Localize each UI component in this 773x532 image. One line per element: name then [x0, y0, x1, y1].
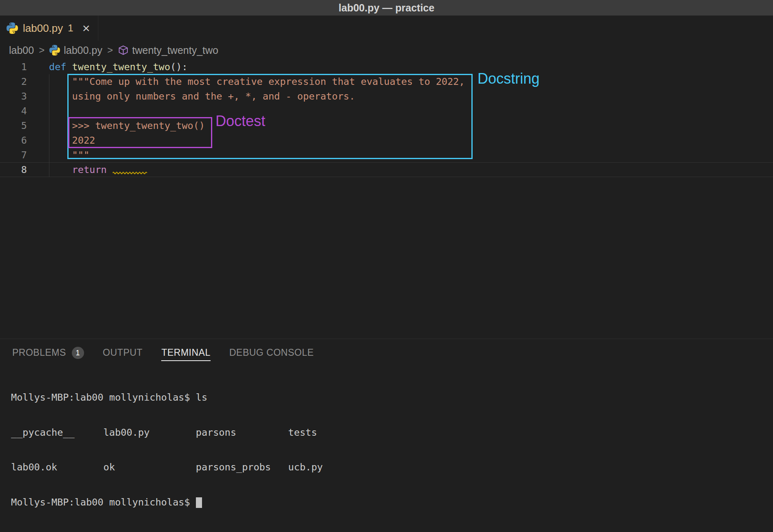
code-token-string: """Come up with the most creative expres… [49, 76, 465, 87]
chevron-right-icon: > [107, 44, 113, 56]
terminal-line: Mollys-MBP:lab00 mollynicholas$ ls [11, 392, 765, 403]
panel-tab-terminal[interactable]: TERMINAL [161, 345, 210, 361]
tab-bar: lab00.py 1 × [0, 16, 773, 41]
code-line: 1 def twenty_twenty_two(): [0, 60, 773, 74]
code-editor[interactable]: 1 def twenty_twenty_two(): 2 """Come up … [0, 60, 773, 339]
panel-tab-bar: PROBLEMS 1 OUTPUT TERMINAL DEBUG CONSOLE [0, 339, 773, 367]
terminal-cursor [196, 497, 202, 508]
panel-tab-debug-console[interactable]: DEBUG CONSOLE [229, 345, 314, 361]
panel-tab-problems[interactable]: PROBLEMS 1 [12, 345, 84, 361]
breadcrumb: lab00 > lab00.py > twenty_twenty_two [0, 41, 773, 60]
line-number[interactable]: 1 [0, 60, 27, 74]
indent-guide [49, 74, 49, 177]
code-text: 2022 [27, 133, 95, 148]
warning-squiggle-icon [113, 171, 147, 174]
code-token-punctuation: (): [170, 61, 187, 73]
panel-tab-output[interactable]: OUTPUT [103, 345, 143, 361]
code-text: """Come up with the most creative expres… [27, 74, 465, 89]
code-token-string: using only numbers and the +, *, and - o… [49, 91, 355, 102]
line-number[interactable]: 2 [0, 74, 27, 89]
python-icon [7, 22, 18, 34]
breadcrumb-folder-label: lab00 [9, 44, 34, 56]
breadcrumb-file[interactable]: lab00.py [49, 44, 102, 56]
panel-tab-label: PROBLEMS [12, 345, 66, 361]
tab-label: lab00.py [23, 22, 63, 35]
code-text: >>> twenty_twenty_two() [27, 118, 205, 133]
code-token-function: twenty_twenty_two [72, 61, 171, 73]
tab-problems-badge: 1 [68, 22, 73, 34]
code-line: 2 """Come up with the most creative expr… [0, 74, 773, 89]
panel-tab-label: TERMINAL [161, 345, 210, 361]
problems-count-badge: 1 [72, 347, 84, 359]
terminal-prompt-line: Mollys-MBP:lab00 mollynicholas$ [11, 497, 765, 508]
terminal-line: __pycache__ lab00.py parsons tests [11, 427, 765, 439]
code-token-string: 2022 [49, 135, 95, 146]
line-number[interactable]: 3 [0, 89, 27, 104]
vscode-window: lab00.py — practice lab00.py 1 × lab00 > [0, 0, 773, 532]
code-text: using only numbers and the +, *, and - o… [27, 89, 355, 104]
code-line-current: 8 return [0, 162, 773, 177]
code-token-string: >>> twenty_twenty_two() [49, 120, 205, 131]
line-number[interactable]: 5 [0, 118, 27, 133]
line-number[interactable]: 7 [0, 148, 27, 162]
code-text [27, 104, 49, 118]
code-token-keyword-return: return [49, 164, 113, 175]
terminal[interactable]: Mollys-MBP:lab00 mollynicholas$ ls __pyc… [11, 368, 765, 531]
code-text: """ [27, 148, 89, 162]
bottom-panel: PROBLEMS 1 OUTPUT TERMINAL DEBUG CONSOLE… [0, 339, 773, 532]
window-title: lab00.py — practice [339, 2, 435, 14]
code-line: 5 >>> twenty_twenty_two() [0, 118, 773, 133]
code-token-keyword: def [49, 61, 72, 73]
code-token-string: """ [49, 149, 89, 161]
code-line: 4 [0, 104, 773, 118]
tab-lab00py[interactable]: lab00.py 1 × [0, 16, 98, 41]
line-number[interactable]: 8 [0, 163, 27, 177]
breadcrumb-folder[interactable]: lab00 [9, 44, 34, 56]
code-line: 7 """ [0, 148, 773, 162]
python-icon [49, 45, 60, 55]
breadcrumb-symbol[interactable]: twenty_twenty_two [118, 44, 218, 56]
code-line: 3 using only numbers and the +, *, and -… [0, 89, 773, 104]
code-text: def twenty_twenty_two(): [27, 60, 188, 74]
line-number[interactable]: 6 [0, 133, 27, 148]
symbol-method-icon [118, 45, 129, 55]
titlebar: lab00.py — practice [0, 0, 773, 16]
close-icon[interactable]: × [82, 22, 90, 35]
terminal-line: lab00.ok ok parsons_probs ucb.py [11, 461, 765, 473]
line-number[interactable]: 4 [0, 104, 27, 118]
code-text: return [27, 163, 147, 177]
panel-tab-label: OUTPUT [103, 345, 143, 361]
code-line: 6 2022 [0, 133, 773, 148]
panel-tab-label: DEBUG CONSOLE [229, 345, 314, 361]
breadcrumb-symbol-label: twenty_twenty_two [132, 44, 218, 56]
terminal-prompt: Mollys-MBP:lab00 mollynicholas$ [11, 497, 196, 508]
breadcrumb-file-label: lab00.py [64, 44, 102, 56]
chevron-right-icon: > [39, 44, 44, 56]
